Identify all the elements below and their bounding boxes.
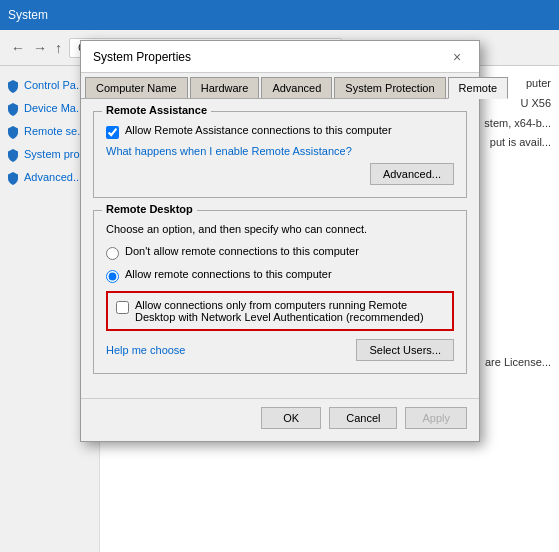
tab-computer-name[interactable]: Computer Name	[85, 77, 188, 98]
allow-ra-row: Allow Remote Assistance connections to t…	[106, 124, 454, 139]
sidebar-label: Remote se...	[24, 124, 86, 138]
nla-highlight-box: Allow connections only from computers ru…	[106, 291, 454, 331]
tab-remote[interactable]: Remote	[448, 77, 509, 99]
allow-remote-label: Allow remote connections to this compute…	[125, 268, 332, 280]
apply-button[interactable]: Apply	[405, 407, 467, 429]
nla-label: Allow connections only from computers ru…	[135, 299, 444, 323]
allow-remote-row: Allow remote connections to this compute…	[106, 268, 454, 283]
dialog-footer: OK Cancel Apply	[81, 398, 479, 441]
help-me-choose-link[interactable]: Help me choose	[106, 344, 186, 356]
up-button[interactable]: ↑	[52, 40, 65, 56]
no-remote-row: Don't allow remote connections to this c…	[106, 245, 454, 260]
allow-remote-radio[interactable]	[106, 270, 119, 283]
remote-desktop-group: Remote Desktop Choose an option, and the…	[93, 210, 467, 374]
no-remote-label: Don't allow remote connections to this c…	[125, 245, 359, 257]
remote-assistance-title: Remote Assistance	[102, 104, 211, 116]
shield-icon	[6, 102, 20, 116]
remote-desktop-desc: Choose an option, and then specify who c…	[106, 223, 454, 235]
tab-hardware[interactable]: Hardware	[190, 77, 260, 98]
shield-icon	[6, 125, 20, 139]
ok-button[interactable]: OK	[261, 407, 321, 429]
system-properties-dialog: System Properties × Computer Name Hardwa…	[80, 40, 480, 442]
os-titlebar: System	[0, 0, 559, 30]
remote-desktop-title: Remote Desktop	[102, 203, 197, 215]
remote-desktop-bottom: Help me choose Select Users...	[106, 339, 454, 361]
sidebar-label: Device Ma...	[24, 101, 85, 115]
forward-button[interactable]: →	[30, 40, 50, 56]
nla-checkbox[interactable]	[116, 301, 129, 314]
allow-ra-label: Allow Remote Assistance connections to t…	[125, 124, 392, 136]
tab-advanced[interactable]: Advanced	[261, 77, 332, 98]
shield-icon	[6, 79, 20, 93]
cancel-button[interactable]: Cancel	[329, 407, 397, 429]
tab-system-protection[interactable]: System Protection	[334, 77, 445, 98]
dialog-close-button[interactable]: ×	[447, 47, 467, 67]
no-remote-radio[interactable]	[106, 247, 119, 260]
dialog-title: System Properties	[93, 50, 191, 64]
shield-icon	[6, 148, 20, 162]
shield-icon	[6, 171, 20, 185]
back-button[interactable]: ←	[8, 40, 28, 56]
sidebar-label: Control Pa...	[24, 78, 85, 92]
allow-ra-checkbox[interactable]	[106, 126, 119, 139]
sidebar-label: Advanced...	[24, 170, 82, 184]
ra-advanced-button[interactable]: Advanced...	[370, 163, 454, 185]
select-users-button[interactable]: Select Users...	[356, 339, 454, 361]
dialog-tabs: Computer Name Hardware Advanced System P…	[81, 73, 479, 99]
dialog-titlebar: System Properties ×	[81, 41, 479, 73]
remote-assistance-group: Remote Assistance Allow Remote Assistanc…	[93, 111, 467, 198]
dialog-content: Remote Assistance Allow Remote Assistanc…	[81, 99, 479, 398]
ra-help-link[interactable]: What happens when I enable Remote Assist…	[106, 145, 454, 157]
os-title: System	[8, 8, 48, 22]
nla-row: Allow connections only from computers ru…	[116, 299, 444, 323]
